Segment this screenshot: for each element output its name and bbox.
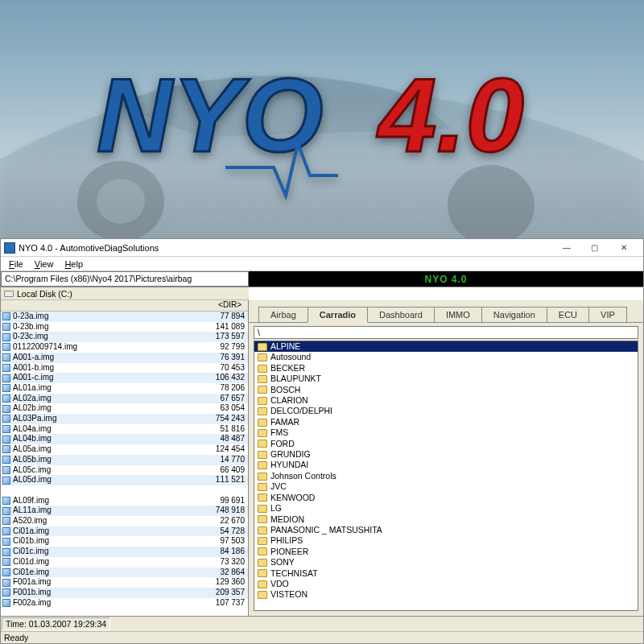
file-row[interactable]: Ci01e.img32 864	[1, 568, 248, 578]
file-row[interactable]: AL09f.img99 691	[1, 496, 248, 506]
folder-row[interactable]: BECKER	[254, 363, 638, 374]
file-row[interactable]: AL02a.img67 657	[1, 394, 248, 404]
folder-row[interactable]: PANASONIC _ MATSUSHITA	[254, 525, 638, 535]
folder-row[interactable]: JVC	[254, 481, 638, 492]
file-row[interactable]: AL05b.img14 770	[1, 455, 248, 465]
disk-icon	[4, 291, 14, 297]
col-name[interactable]	[1, 300, 200, 311]
tab-immo[interactable]: IMMO	[434, 307, 482, 322]
status-bar: Time: 01.03.2007 19:29:34 Ready	[1, 616, 643, 643]
menu-view[interactable]: View	[30, 258, 59, 270]
folder-row[interactable]: LG	[254, 503, 638, 514]
file-size: 84 186	[196, 547, 245, 557]
file-row[interactable]: A001-a.img76 391	[1, 353, 248, 363]
folder-list[interactable]: ALPINEAutosoundBECKERBLAUPUNKTBOSCHCLARI…	[254, 341, 638, 611]
folder-row[interactable]: TECHNISAT	[254, 568, 638, 579]
file-row[interactable]: F001a.img129 360	[1, 577, 248, 588]
folder-row[interactable]: HYUNDAI	[254, 460, 638, 470]
file-row[interactable]: AL02b.img63 054	[1, 403, 248, 414]
minimize-button[interactable]: —	[553, 240, 580, 256]
file-browser-pane: <DIR> 0-23a.img77 8940-23b.img141 0890-2…	[1, 300, 249, 616]
folder-row[interactable]: FAMAR	[254, 417, 638, 427]
file-row[interactable]: AL05a.img124 454	[1, 444, 248, 455]
file-row[interactable]: AL04b.img48 487	[1, 434, 248, 444]
folder-icon	[258, 569, 267, 577]
folder-name: PHILIPS	[270, 535, 634, 546]
tab-airbag[interactable]: Airbag	[258, 307, 308, 322]
drive-selector[interactable]: Local Disk (C:)	[1, 287, 249, 300]
menu-file[interactable]: File	[4, 258, 28, 270]
folder-icon	[258, 559, 267, 567]
folder-row[interactable]: KENWOOD	[254, 493, 638, 503]
folder-row[interactable]: PHILIPS	[254, 535, 638, 546]
folder-row[interactable]: VDO	[254, 579, 638, 589]
file-size: 129 360	[196, 577, 245, 588]
file-row[interactable]: 0-23b.img141 089	[1, 322, 248, 332]
folder-row[interactable]: ALPINE	[254, 341, 638, 352]
tab-navigation[interactable]: Navigation	[481, 307, 547, 322]
folder-row[interactable]: PIONEER	[254, 547, 638, 557]
file-name: Ci01d.img	[13, 557, 49, 568]
content-path[interactable]: \	[254, 326, 638, 339]
file-size: 106 432	[196, 373, 245, 383]
close-button[interactable]: ✕	[608, 240, 640, 256]
file-row[interactable]: AL01a.img78 206	[1, 383, 248, 394]
file-row[interactable]: F001b.img209 357	[1, 588, 248, 598]
file-name: F001b.img	[13, 588, 51, 598]
folder-row[interactable]: VISTEON	[254, 589, 638, 600]
folder-row[interactable]: GRUNDIG	[254, 449, 638, 460]
tab-dashboard[interactable]: Dashboard	[367, 307, 435, 322]
file-row[interactable]: 0-23a.img77 894	[1, 312, 248, 322]
file-name: AL05d.img	[13, 475, 52, 485]
tab-ecu[interactable]: ECU	[547, 307, 589, 322]
file-icon	[2, 558, 10, 566]
file-name: AL05c.img	[13, 465, 51, 476]
file-size: 78 206	[196, 383, 245, 394]
file-icon	[2, 415, 10, 423]
file-row[interactable]: A520.img22 670	[1, 516, 248, 526]
file-name: AL11a.img	[13, 506, 52, 516]
file-row[interactable]: AL03Pa.img754 243	[1, 414, 248, 424]
folder-name: MEDION	[270, 514, 634, 525]
file-row[interactable]: Ci01c.img84 186	[1, 547, 248, 557]
file-row[interactable]: Ci01a.img54 728	[1, 526, 248, 537]
file-row[interactable]: AL11a.img748 918	[1, 506, 248, 516]
folder-row[interactable]: CLARION	[254, 395, 638, 406]
folder-row[interactable]: Johnson Controls	[254, 471, 638, 481]
file-row[interactable]: Ci01b.img97 503	[1, 536, 248, 547]
folder-row[interactable]: DELCO/DELPHI	[254, 406, 638, 416]
tab-vip[interactable]: VIP	[588, 307, 627, 322]
file-row[interactable]: A001-c.img106 432	[1, 373, 248, 383]
file-row[interactable]: Ci01d.img73 320	[1, 557, 248, 568]
file-row[interactable]: AL05d.img111 521	[1, 475, 248, 485]
file-row[interactable]: 0-23c.img173 597	[1, 332, 248, 342]
file-size: 73 320	[196, 557, 245, 568]
folder-row[interactable]: BOSCH	[254, 385, 638, 395]
folder-row[interactable]: SONY	[254, 557, 638, 568]
window-title: NYO 4.0 - AutomotiveDiagSolutions	[19, 243, 159, 253]
maximize-button[interactable]: ▢	[580, 240, 608, 256]
file-list[interactable]: 0-23a.img77 8940-23b.img141 0890-23c.img…	[1, 312, 248, 616]
folder-row[interactable]: BLAUPUNKT	[254, 374, 638, 384]
file-name: Ci01c.img	[13, 547, 48, 557]
file-icon	[2, 538, 10, 546]
file-size: 173 597	[196, 332, 245, 342]
file-size: 14 770	[196, 455, 245, 465]
path-input[interactable]: C:\Program Files (x86)\Nyo4 2017\Picture…	[1, 271, 249, 287]
col-size[interactable]: <DIR>	[200, 300, 248, 311]
folder-row[interactable]: FORD	[254, 439, 638, 449]
folder-name: FMS	[270, 427, 634, 438]
folder-row[interactable]: MEDION	[254, 514, 638, 525]
tab-carradio[interactable]: Carradio	[308, 307, 368, 323]
file-row[interactable]: 01122009714.img92 799	[1, 342, 248, 353]
folder-row[interactable]: Autosound	[254, 352, 638, 362]
menu-help[interactable]: Help	[60, 258, 88, 270]
folder-icon	[258, 407, 267, 415]
file-row[interactable]: A001-b.img70 453	[1, 363, 248, 374]
hero-banner: NYO 4.0	[0, 0, 644, 238]
folder-row[interactable]: FMS	[254, 427, 638, 438]
file-row[interactable]: F002a.img107 737	[1, 598, 248, 609]
file-name: F001a.img	[13, 577, 51, 588]
file-row[interactable]: AL05c.img66 409	[1, 465, 248, 476]
file-row[interactable]: AL04a.img51 816	[1, 424, 248, 435]
